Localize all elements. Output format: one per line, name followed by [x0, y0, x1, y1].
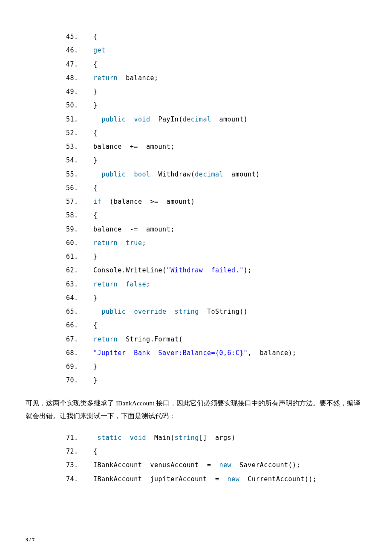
type-token: decimal [183, 116, 211, 123]
keyword-token: if [93, 198, 101, 205]
code-line: 67. return String.Format( [66, 332, 366, 346]
code-line: 54. } [66, 153, 366, 167]
keyword-token: string [175, 434, 199, 442]
code-line: 74. IBankAccount jupiterAccount = new Cu… [66, 472, 366, 486]
keyword-token: get [93, 46, 106, 54]
code-line: 52. { [66, 126, 366, 140]
code-line: 60. return true; [66, 236, 366, 250]
keyword-token: void [130, 434, 146, 442]
line-number: 74. [66, 472, 85, 486]
code-line: 68. "Jupiter Bank Saver:Balance={0,6:C}"… [66, 346, 366, 360]
code-line: 70. } [66, 373, 366, 387]
keyword-token: public [101, 308, 126, 315]
page-sep: / [28, 537, 32, 543]
keyword-token: return [93, 335, 118, 343]
code-block-2: 71. static void Main(string[] args)72. {… [26, 431, 366, 486]
line-number: 66. [66, 318, 85, 332]
line-number: 53. [66, 140, 85, 153]
code-line: 46. get [66, 43, 366, 57]
line-number: 60. [66, 236, 85, 250]
keyword-token: string [175, 308, 199, 315]
line-number: 73. [66, 458, 85, 472]
keyword-token: bool [134, 171, 150, 178]
line-number: 48. [66, 71, 85, 85]
code-line: 63. return false; [66, 278, 366, 291]
code-line: 72. { [66, 445, 366, 458]
body-paragraph: 可见，这两个实现类多继承了 IBankAccount 接口，因此它们必须要实现接… [26, 397, 366, 422]
code-block-1: 45. {46. get47. {48. return balance;49. … [26, 30, 366, 387]
line-number: 51. [66, 113, 85, 126]
keyword-token: return [93, 280, 118, 288]
string-token: "Withdraw failed." [167, 266, 244, 274]
document-page: 45. {46. get47. {48. return balance;49. … [0, 0, 392, 555]
code-line: 45. { [66, 30, 366, 43]
code-line: 53. balance += amount; [66, 140, 366, 153]
line-number: 59. [66, 223, 85, 236]
page-footer: 3 / 7 [26, 537, 35, 543]
line-number: 46. [66, 43, 85, 57]
code-line: 50. } [66, 98, 366, 112]
line-number: 45. [66, 30, 85, 43]
line-number: 64. [66, 291, 85, 305]
string-token: "Jupiter Bank Saver:Balance={0,6:C}" [93, 349, 248, 357]
code-line: 66. { [66, 318, 366, 332]
line-number: 69. [66, 360, 85, 373]
line-number: 49. [66, 85, 85, 98]
keyword-token: void [134, 116, 150, 123]
line-number: 54. [66, 153, 85, 167]
line-number: 50. [66, 98, 85, 112]
line-number: 57. [66, 195, 85, 208]
code-line: 55. public bool Withdraw(decimal amount) [66, 168, 366, 181]
keyword-token: public [101, 171, 126, 178]
keyword-token: true [126, 239, 142, 247]
line-number: 55. [66, 168, 85, 181]
code-line: 73. IBankAccount venusAccount = new Save… [66, 458, 366, 472]
code-line: 69. } [66, 360, 366, 373]
code-line: 47. { [66, 58, 366, 71]
line-number: 68. [66, 346, 85, 360]
line-number: 56. [66, 181, 85, 195]
code-line: 49. } [66, 85, 366, 98]
keyword-token: return [93, 239, 118, 247]
line-number: 71. [66, 431, 85, 445]
code-line: 58. { [66, 208, 366, 222]
line-number: 72. [66, 445, 85, 458]
line-number: 63. [66, 278, 85, 291]
type-token: decimal [195, 171, 223, 178]
code-line: 62. Console.WriteLine("Withdraw failed."… [66, 263, 366, 277]
code-line: 65. public override string ToString() [66, 305, 366, 318]
line-number: 62. [66, 263, 85, 277]
line-number: 58. [66, 208, 85, 222]
keyword-token: static [98, 434, 122, 442]
code-line: 48. return balance; [66, 71, 366, 85]
code-line: 61. } [66, 250, 366, 263]
keyword-token: return [93, 74, 118, 82]
keyword-token: new [219, 461, 232, 469]
line-number: 47. [66, 58, 85, 71]
code-line: 57. if (balance >= amount) [66, 195, 366, 208]
line-number: 70. [66, 373, 85, 387]
keyword-token: public [101, 116, 126, 123]
line-number: 52. [66, 126, 85, 140]
code-line: 71. static void Main(string[] args) [66, 431, 366, 445]
code-line: 59. balance -= amount; [66, 223, 366, 236]
code-line: 64. } [66, 291, 366, 305]
line-number: 65. [66, 305, 85, 318]
code-line: 51. public void PayIn(decimal amount) [66, 113, 366, 126]
keyword-token: override [134, 308, 166, 315]
line-number: 61. [66, 250, 85, 263]
line-number: 67. [66, 332, 85, 346]
code-line: 56. { [66, 181, 366, 195]
page-total: 7 [32, 537, 35, 543]
keyword-token: new [228, 475, 240, 483]
keyword-token: false [126, 280, 146, 288]
